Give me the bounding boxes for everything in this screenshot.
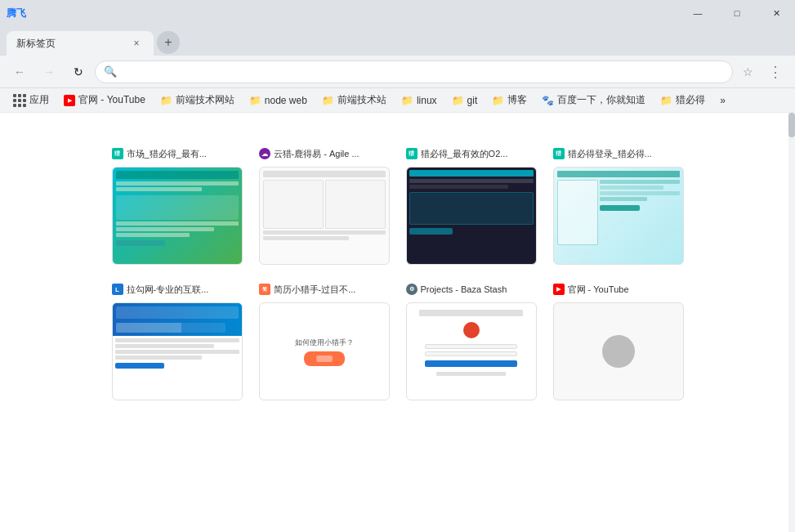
forward-button[interactable]: →	[36, 59, 62, 85]
new-tab-button[interactable]: +	[157, 31, 180, 54]
bookmark-baidu-label: 百度一下，你就知道	[557, 93, 645, 107]
title-bar: 腾飞 — □ ✕	[0, 0, 795, 26]
address-bar[interactable]: 🔍	[95, 60, 733, 83]
bookmark-frontend-site[interactable]: 📁 前端技术网站	[154, 92, 241, 109]
card-thumbnail-1	[259, 167, 390, 265]
bookmark-youtube[interactable]: ▶ 官网 - YouTube	[57, 92, 152, 109]
bookmark-node-web-label: node web	[265, 95, 307, 106]
card-title-6: ⚙ Projects - Baza Stash	[406, 281, 537, 297]
most-visited-card-6[interactable]: ⚙ Projects - Baza Stash	[406, 281, 537, 400]
card-title-5: 简 简历小猎手-过目不...	[259, 281, 390, 297]
most-visited-card-5[interactable]: 简 简历小猎手-过目不... 如何使用小猎手？	[259, 281, 390, 400]
card-label-5: 简历小猎手-过目不...	[274, 284, 356, 296]
bookmarks-bar: 应用 ▶ 官网 - YouTube 📁 前端技术网站 📁 node web 📁 …	[0, 88, 795, 113]
baidu-icon: 🐾	[542, 95, 554, 106]
card-title-4: L 拉勾网-专业的互联...	[112, 281, 243, 297]
card-title-7: ▶ 官网 - YouTube	[553, 281, 684, 297]
bookmark-frontend-label: 前端技术网站	[176, 93, 234, 107]
favicon-3: 猎	[553, 148, 565, 159]
most-visited-card-1[interactable]: ☁ 云猎-鹿得易 - Agile ...	[259, 145, 390, 265]
bookmark-linux[interactable]: 📁 linux	[395, 93, 444, 108]
maximize-button[interactable]: □	[718, 0, 756, 26]
scrollbar-track	[788, 113, 795, 532]
bookmark-git[interactable]: 📁 git	[445, 93, 485, 108]
folder-icon: 📁	[660, 95, 672, 106]
card-label-2: 猎必得_最有效的O2...	[421, 148, 508, 160]
folder-icon: 📁	[160, 95, 172, 106]
folder-icon: 📁	[249, 95, 261, 106]
favicon-4: L	[112, 284, 123, 295]
apps-grid-icon	[13, 94, 26, 107]
back-button[interactable]: ←	[7, 59, 33, 85]
favicon-1: ☁	[259, 148, 270, 159]
most-visited-card-7[interactable]: ▶ 官网 - YouTube	[553, 281, 684, 400]
bookmark-frontend-tech-label: 前端技术站	[337, 93, 386, 107]
card-label-0: 市场_猎必得_最有...	[127, 148, 207, 160]
card-thumbnail-6	[406, 302, 537, 400]
howto-text: 如何使用小猎手？	[295, 338, 354, 348]
card-thumbnail-0	[112, 167, 243, 265]
favicon-6: ⚙	[406, 284, 418, 295]
tencent-logo: 腾飞	[7, 7, 26, 20]
bookmark-youtube-label: 官网 - YouTube	[78, 93, 145, 107]
card-thumbnail-4	[112, 302, 243, 400]
most-visited-grid: 猎 市场_猎必得_最有...	[0, 129, 795, 417]
bookmark-blog-label: 博客	[507, 93, 527, 107]
most-visited-card-4[interactable]: L 拉勾网-专业的互联...	[112, 281, 243, 400]
bookmark-node-web[interactable]: 📁 node web	[243, 93, 314, 108]
refresh-button[interactable]: ↻	[65, 59, 92, 85]
bookmark-git-label: git	[467, 95, 478, 106]
youtube-loading-circle	[602, 335, 635, 368]
window-controls: — □ ✕	[679, 0, 795, 26]
favicon-7: ▶	[553, 284, 565, 295]
scrollbar-thumb[interactable]	[788, 113, 795, 137]
most-visited-card-2[interactable]: 猎 猎必得_最有效的O2...	[406, 145, 537, 265]
address-input[interactable]	[122, 65, 724, 78]
toolbar: ← → ↻ 🔍 ☆ ⋮	[0, 56, 795, 88]
folder-icon: 📁	[322, 95, 334, 106]
card-label-1: 云猎-鹿得易 - Agile ...	[274, 148, 360, 160]
bookmark-frontend-tech[interactable]: 📁 前端技术站	[315, 92, 393, 109]
bookmark-star-button[interactable]: ☆	[736, 60, 759, 83]
favicon-5: 简	[259, 284, 270, 295]
card-thumbnail-3	[553, 167, 684, 265]
card-label-4: 拉勾网-专业的互联...	[127, 284, 209, 296]
card-title-2: 猎 猎必得_最有效的O2...	[406, 145, 537, 162]
youtube-favicon: ▶	[64, 95, 75, 106]
card-title-3: 猎 猎必得登录_猎必得...	[553, 145, 684, 162]
bookmarks-more-button[interactable]: »	[715, 93, 730, 108]
bookmark-linux-label: linux	[417, 95, 437, 106]
card-thumbnail-2	[406, 167, 537, 265]
new-tab-page: 猎 市场_猎必得_最有...	[0, 113, 795, 532]
favicon-0: 猎	[112, 148, 123, 159]
tab-close-button[interactable]: ×	[129, 36, 144, 51]
card-label-7: 官网 - YouTube	[568, 284, 629, 296]
apps-launcher-button[interactable]: 应用	[7, 92, 56, 109]
folder-icon: 📁	[492, 95, 504, 106]
search-icon: 🔍	[104, 65, 117, 78]
card-thumbnail-7	[553, 302, 684, 400]
active-tab[interactable]: 新标签页 ×	[7, 31, 154, 56]
bookmark-baidu[interactable]: 🐾 百度一下，你就知道	[535, 92, 652, 109]
tab-bar: 新标签页 × +	[0, 26, 795, 56]
card-title-0: 猎 市场_猎必得_最有...	[112, 145, 243, 162]
bookmark-liebi[interactable]: 📁 猎必得	[654, 92, 712, 109]
most-visited-card-0[interactable]: 猎 市场_猎必得_最有...	[112, 145, 243, 265]
close-button[interactable]: ✕	[757, 0, 795, 26]
folder-icon: 📁	[452, 95, 464, 106]
card-thumbnail-5: 如何使用小猎手？	[259, 302, 390, 400]
card-label-6: Projects - Baza Stash	[421, 284, 507, 294]
tab-label: 新标签页	[16, 37, 56, 51]
minimize-button[interactable]: —	[679, 0, 717, 26]
bookmark-blog[interactable]: 📁 博客	[485, 92, 534, 109]
folder-icon: 📁	[401, 95, 413, 106]
chrome-menu-button[interactable]: ⋮	[762, 59, 788, 85]
bookmark-liebi-label: 猎必得	[676, 93, 705, 107]
favicon-2: 猎	[406, 148, 418, 159]
card-title-1: ☁ 云猎-鹿得易 - Agile ...	[259, 145, 390, 162]
most-visited-card-3[interactable]: 猎 猎必得登录_猎必得...	[553, 145, 684, 265]
apps-label: 应用	[29, 93, 49, 107]
card-label-3: 猎必得登录_猎必得...	[568, 148, 652, 160]
